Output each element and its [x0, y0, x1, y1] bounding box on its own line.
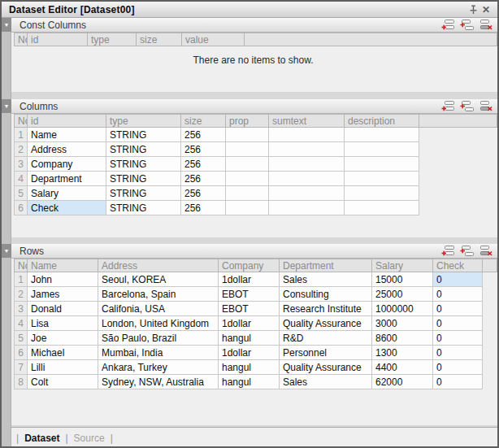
close-button[interactable]: ✕ — [479, 3, 492, 15]
data-cell[interactable]: Colt — [28, 375, 98, 389]
collapse-rows-button[interactable]: ▼ — [2, 244, 11, 258]
data-cell[interactable]: hangul — [219, 375, 280, 389]
data-cell[interactable]: Quality Assurance — [280, 360, 372, 375]
data-cell[interactable]: STRING — [106, 186, 181, 201]
data-cell[interactable]: Lilli — [28, 360, 98, 375]
data-cell[interactable] — [226, 172, 269, 186]
row-number-cell[interactable]: 7 — [15, 360, 28, 375]
data-cell[interactable]: Barcelona, Spain — [98, 287, 219, 302]
add-row-button[interactable] — [441, 245, 455, 257]
row-number-cell[interactable]: 2 — [15, 142, 28, 157]
data-cell[interactable]: 256 — [181, 128, 226, 142]
row-number-cell[interactable]: 3 — [15, 302, 28, 316]
delete-row-button[interactable] — [479, 245, 492, 257]
row-number-cell[interactable]: 8 — [15, 375, 28, 389]
data-cell[interactable] — [345, 186, 419, 201]
data-cell[interactable] — [345, 172, 419, 186]
column-header[interactable]: sumtext — [269, 115, 345, 128]
data-cell[interactable] — [226, 186, 269, 201]
data-cell[interactable]: Check — [28, 201, 106, 215]
data-cell[interactable] — [345, 128, 419, 142]
data-cell[interactable] — [226, 142, 269, 157]
add-row-button[interactable] — [441, 19, 455, 31]
data-cell[interactable]: Name — [28, 128, 106, 142]
column-header[interactable]: size — [181, 115, 226, 128]
data-cell[interactable]: 3000 — [372, 316, 433, 331]
data-cell[interactable]: Sydney, NSW, Australia — [98, 375, 219, 389]
data-cell[interactable] — [226, 157, 269, 172]
data-cell[interactable]: 1dollar — [219, 316, 280, 331]
data-cell[interactable]: 0 — [433, 287, 483, 302]
row-number-cell[interactable]: 6 — [15, 201, 28, 215]
data-cell[interactable]: 1300 — [372, 346, 433, 360]
add-row-button[interactable] — [441, 100, 455, 112]
tab-dataset[interactable]: Dataset — [24, 433, 59, 444]
column-header[interactable]: type — [88, 33, 137, 46]
data-cell[interactable]: STRING — [106, 128, 181, 142]
column-header[interactable]: No — [15, 259, 28, 272]
data-cell[interactable]: STRING — [106, 157, 181, 172]
data-cell[interactable]: 0 — [433, 302, 483, 316]
column-header[interactable]: Company — [219, 259, 280, 272]
data-cell[interactable]: Ankara, Turkey — [98, 360, 219, 375]
delete-row-button[interactable] — [479, 19, 492, 31]
insert-row-button[interactable] — [460, 245, 474, 257]
data-cell[interactable]: STRING — [106, 172, 181, 186]
row-number-cell[interactable]: 1 — [15, 128, 28, 142]
data-cell[interactable]: R&D — [280, 331, 372, 346]
data-cell[interactable]: 1dollar — [219, 272, 280, 287]
data-cell[interactable]: Research Institute — [280, 302, 372, 316]
column-header[interactable]: prop — [226, 115, 269, 128]
row-number-cell[interactable]: 5 — [15, 186, 28, 201]
column-header[interactable]: Salary — [372, 259, 433, 272]
data-cell[interactable]: 256 — [181, 186, 226, 201]
data-cell[interactable]: Personnel — [280, 346, 372, 360]
data-cell[interactable]: James — [28, 287, 98, 302]
data-cell[interactable]: Sales — [280, 375, 372, 389]
data-cell[interactable]: Seoul, KOREA — [98, 272, 219, 287]
row-number-cell[interactable]: 5 — [15, 331, 28, 346]
data-cell[interactable]: 0 — [433, 272, 483, 287]
data-cell[interactable]: 0 — [433, 375, 483, 389]
data-cell[interactable]: Sales — [280, 272, 372, 287]
column-header[interactable]: Address — [98, 259, 219, 272]
data-cell[interactable] — [269, 186, 345, 201]
data-cell[interactable]: Lisa — [28, 316, 98, 331]
column-header[interactable]: id — [28, 115, 106, 128]
data-cell[interactable]: Quality Assurance — [280, 316, 372, 331]
insert-row-button[interactable] — [460, 100, 474, 112]
tab-source[interactable]: Source — [74, 433, 105, 444]
collapse-columns-button[interactable]: ▼ — [2, 99, 11, 113]
row-number-cell[interactable]: 1 — [15, 272, 28, 287]
data-cell[interactable]: Califonia, USA — [98, 302, 219, 316]
column-header[interactable]: type — [106, 115, 181, 128]
data-cell[interactable]: 0 — [433, 331, 483, 346]
column-header[interactable]: No — [15, 115, 28, 128]
data-cell[interactable]: 0 — [433, 316, 483, 331]
data-cell[interactable]: Consulting — [280, 287, 372, 302]
data-cell[interactable]: Michael — [28, 346, 98, 360]
row-number-cell[interactable]: 6 — [15, 346, 28, 360]
collapse-const-columns-button[interactable]: ▼ — [2, 18, 11, 32]
data-cell[interactable]: 8600 — [372, 331, 433, 346]
data-cell[interactable]: 1000000 — [372, 302, 433, 316]
data-cell[interactable]: Salary — [28, 186, 106, 201]
column-header[interactable]: Department — [280, 259, 372, 272]
data-cell[interactable]: EBOT — [219, 302, 280, 316]
row-number-cell[interactable]: 2 — [15, 287, 28, 302]
column-header[interactable]: size — [137, 33, 182, 46]
data-cell[interactable] — [226, 128, 269, 142]
row-number-cell[interactable]: 4 — [15, 172, 28, 186]
data-cell[interactable] — [269, 142, 345, 157]
data-cell[interactable]: 0 — [433, 346, 483, 360]
data-cell[interactable]: Mumbai, India — [98, 346, 219, 360]
data-cell[interactable]: 62000 — [372, 375, 433, 389]
data-cell[interactable] — [269, 201, 345, 215]
column-header[interactable]: id — [28, 33, 88, 46]
column-header[interactable]: description — [345, 115, 419, 128]
data-cell[interactable]: 25000 — [372, 287, 433, 302]
column-header[interactable]: value — [182, 33, 245, 46]
data-cell[interactable]: John — [28, 272, 98, 287]
column-header[interactable]: No — [15, 33, 28, 46]
column-header[interactable]: Name — [28, 259, 98, 272]
